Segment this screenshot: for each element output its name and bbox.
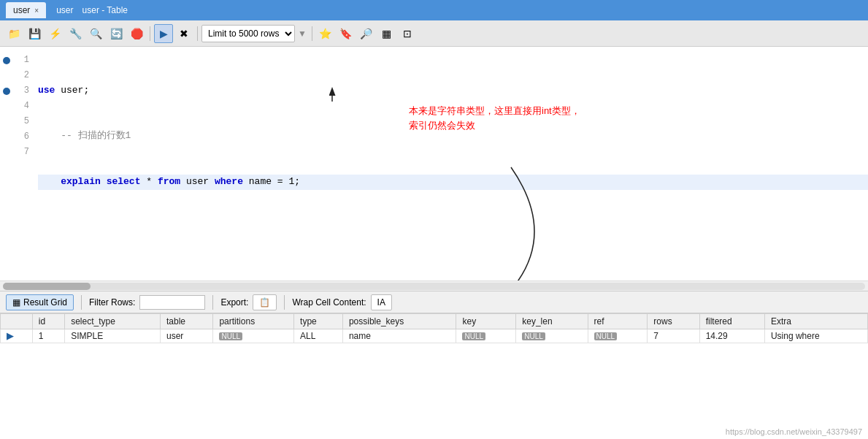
col-key[interactable]: key bbox=[456, 314, 516, 329]
code-area[interactable]: use user; -- 扫描的行数1 explain select * fro… bbox=[34, 47, 868, 280]
cell-id: 1 bbox=[32, 329, 64, 343]
code-editor: 1 2 3 4 5 6 7 use user; -- 扫描的行数1 bbox=[0, 47, 868, 280]
result-grid-icon: ▦ bbox=[12, 297, 20, 308]
bp-row-4 bbox=[0, 99, 13, 114]
bp-row-3 bbox=[0, 83, 13, 99]
result-table-wrapper[interactable]: id select_type table partitions type pos… bbox=[0, 313, 868, 439]
search2-button[interactable]: 🔎 bbox=[357, 24, 376, 43]
wrap-icon: IA bbox=[377, 297, 385, 308]
main-area: 1 2 3 4 5 6 7 use user; -- 扫描的行数1 bbox=[0, 47, 868, 439]
horizontal-scrollbar[interactable] bbox=[0, 280, 868, 291]
code-line-3: explain select * from user where name = … bbox=[38, 175, 868, 190]
cell-ref: NULL bbox=[588, 329, 648, 343]
col-partitions[interactable]: partitions bbox=[213, 314, 294, 329]
result-table: id select_type table partitions type pos… bbox=[0, 313, 868, 343]
search-button[interactable]: 🔍 bbox=[86, 24, 105, 43]
refresh-button[interactable]: 🔄 bbox=[107, 24, 126, 43]
annotation-line1: 本来是字符串类型，这里直接用int类型， bbox=[409, 104, 580, 118]
bp-row-1 bbox=[0, 53, 13, 68]
result-toolbar: ▦ Result Grid Filter Rows: Export: 📋 Wra… bbox=[0, 291, 868, 313]
bp-row-2 bbox=[0, 68, 13, 83]
col-extra[interactable]: Extra bbox=[764, 314, 867, 329]
col-id[interactable]: id bbox=[32, 314, 64, 329]
filter-rows-input[interactable] bbox=[139, 295, 205, 310]
export-icon: 📋 bbox=[259, 297, 270, 308]
col-type[interactable]: type bbox=[294, 314, 343, 329]
result-sep-3 bbox=[284, 295, 285, 310]
result-sep-1 bbox=[81, 295, 82, 310]
col-select-type[interactable]: select_type bbox=[65, 314, 161, 329]
table-header-row: id select_type table partitions type pos… bbox=[1, 314, 868, 329]
toolbar-sep-1 bbox=[150, 26, 150, 41]
bp-row-5 bbox=[0, 114, 13, 129]
main-toolbar: 📁 💾 ⚡ 🔧 🔍 🔄 🛑 ▶ ✖ Limit to 5000 rows ▼ ⭐… bbox=[0, 20, 868, 47]
open-folder-button[interactable]: 📁 bbox=[4, 24, 23, 43]
dropdown-arrow-icon: ▼ bbox=[298, 28, 307, 39]
result-sep-2 bbox=[212, 295, 213, 310]
filter-rows-label: Filter Rows: bbox=[89, 297, 135, 308]
wrench-button[interactable]: 🔧 bbox=[66, 24, 85, 43]
cell-key: NULL bbox=[456, 329, 516, 343]
tab-user-label: user bbox=[13, 5, 30, 15]
export-label: Export: bbox=[220, 297, 248, 308]
column-button[interactable]: ▦ bbox=[377, 24, 396, 43]
star-button[interactable]: ⭐ bbox=[316, 24, 335, 43]
save-button[interactable]: 💾 bbox=[25, 24, 44, 43]
cell-partitions: NULL bbox=[213, 329, 294, 343]
cancel-button[interactable]: ✖ bbox=[174, 24, 193, 43]
wrap-content-button[interactable]: IA bbox=[371, 294, 392, 310]
lightning-button[interactable]: ⚡ bbox=[45, 24, 64, 43]
wrap-label: Wrap Cell Content: bbox=[292, 297, 366, 308]
scroll-track bbox=[3, 283, 865, 290]
window-title: user - Table bbox=[82, 5, 128, 15]
editor-content: 1 2 3 4 5 6 7 use user; -- 扫描的行数1 bbox=[0, 47, 868, 280]
limit-select[interactable]: Limit to 5000 rows bbox=[201, 25, 295, 42]
result-panel: ▦ Result Grid Filter Rows: Export: 📋 Wra… bbox=[0, 291, 868, 439]
export-button[interactable]: 📋 bbox=[253, 294, 277, 310]
col-arrow bbox=[1, 314, 33, 329]
line-numbers: 1 2 3 4 5 6 7 bbox=[13, 47, 34, 280]
code-line-1: use user; bbox=[38, 83, 868, 99]
col-key-len[interactable]: key_len bbox=[516, 314, 588, 329]
cell-extra: Using where bbox=[764, 329, 867, 343]
breakpoints-gutter bbox=[0, 47, 13, 280]
col-ref[interactable]: ref bbox=[588, 314, 648, 329]
tab-user[interactable]: user × bbox=[6, 2, 46, 18]
cell-key-len: NULL bbox=[516, 329, 588, 343]
stop-button[interactable]: 🛑 bbox=[127, 24, 146, 43]
toolbar-sep-3 bbox=[312, 26, 312, 41]
row-selector: ▶ bbox=[1, 329, 33, 343]
col-table[interactable]: table bbox=[160, 314, 212, 329]
toolbar-sep-2 bbox=[197, 26, 198, 41]
scroll-thumb[interactable] bbox=[3, 283, 91, 290]
breakpoint-3[interactable] bbox=[3, 88, 10, 95]
table-row[interactable]: ▶ 1 SIMPLE user NULL ALL name NULL NULL … bbox=[1, 329, 868, 343]
col-filtered[interactable]: filtered bbox=[699, 314, 764, 329]
bookmark-button[interactable]: 🔖 bbox=[337, 24, 356, 43]
cell-rows: 7 bbox=[648, 329, 699, 343]
tab-close-icon[interactable]: × bbox=[34, 7, 39, 15]
breakpoint-1[interactable] bbox=[3, 57, 10, 64]
tab-user2-label[interactable]: user bbox=[56, 5, 73, 15]
annotation-text: 本来是字符串类型，这里直接用int类型， 索引仍然会失效 bbox=[409, 104, 580, 132]
cell-table: user bbox=[160, 329, 212, 343]
watermark: https://blog.csdn.net/weixin_43379497 bbox=[726, 427, 862, 436]
title-bar: user × user user - Table bbox=[0, 0, 868, 20]
bp-row-6 bbox=[0, 129, 13, 145]
cell-type: ALL bbox=[294, 329, 343, 343]
cell-possible-keys: name bbox=[342, 329, 456, 343]
col-possible-keys[interactable]: possible_keys bbox=[342, 314, 456, 329]
col-rows[interactable]: rows bbox=[648, 314, 699, 329]
execute-button[interactable]: ▶ bbox=[154, 24, 173, 43]
bp-row-7 bbox=[0, 145, 13, 160]
cell-select-type: SIMPLE bbox=[65, 329, 161, 343]
result-grid-label: Result Grid bbox=[23, 297, 67, 308]
code-line-4 bbox=[38, 220, 868, 235]
layout-button[interactable]: ⊡ bbox=[398, 24, 417, 43]
cell-filtered: 14.29 bbox=[699, 329, 764, 343]
result-grid-button[interactable]: ▦ Result Grid bbox=[6, 294, 74, 310]
annotation-line2: 索引仍然会失效 bbox=[409, 118, 580, 133]
code-line-5 bbox=[38, 266, 868, 280]
